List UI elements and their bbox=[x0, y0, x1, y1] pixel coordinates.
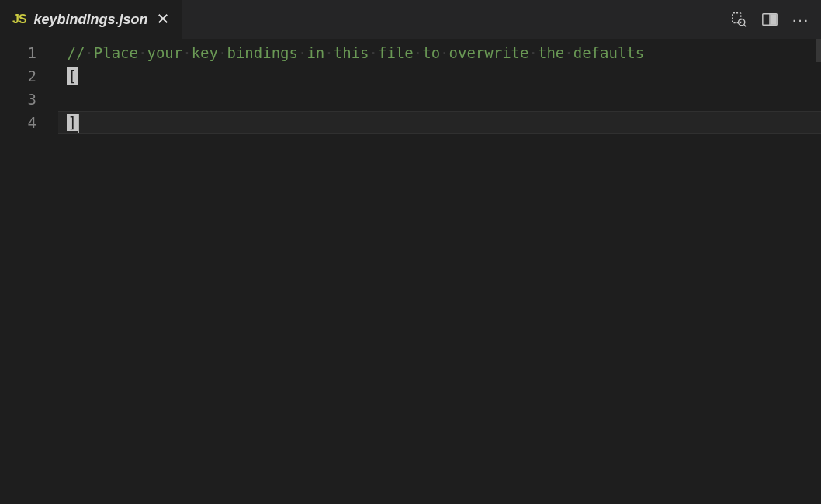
split-editor-icon[interactable] bbox=[760, 10, 779, 29]
tab-group: JS keybindings.json bbox=[0, 0, 182, 39]
minimap-scroll-indicator[interactable] bbox=[816, 39, 821, 62]
line-number-gutter: 1 2 3 4 bbox=[0, 39, 58, 504]
text-cursor bbox=[78, 114, 79, 133]
line-number: 2 bbox=[0, 64, 36, 88]
code-line-2[interactable]: [ bbox=[58, 64, 821, 88]
tab-bar: JS keybindings.json ··· bbox=[0, 0, 821, 39]
code-line-3[interactable] bbox=[58, 88, 821, 111]
code-content[interactable]: //·Place·your·key·bindings·in·this·file·… bbox=[58, 39, 821, 504]
line-number: 3 bbox=[0, 88, 36, 111]
code-editor[interactable]: 1 2 3 4 //·Place·your·key·bindings·in·th… bbox=[0, 39, 821, 504]
code-line-1[interactable]: //·Place·your·key·bindings·in·this·file·… bbox=[58, 41, 821, 64]
more-actions-icon[interactable]: ··· bbox=[792, 10, 810, 29]
line-number: 1 bbox=[0, 41, 36, 64]
tab-keybindings[interactable]: JS keybindings.json bbox=[0, 0, 182, 39]
js-file-icon: JS bbox=[12, 12, 26, 26]
svg-rect-4 bbox=[770, 14, 776, 25]
tab-filename: keybindings.json bbox=[34, 12, 148, 28]
svg-rect-0 bbox=[733, 13, 741, 23]
show-changes-icon[interactable] bbox=[729, 10, 748, 29]
svg-point-1 bbox=[739, 19, 745, 26]
active-line-highlight bbox=[58, 111, 821, 134]
editor-actions: ··· bbox=[729, 0, 821, 39]
line-number: 4 bbox=[0, 111, 36, 134]
code-line-4[interactable]: ] bbox=[58, 111, 821, 134]
close-tab-icon[interactable] bbox=[156, 11, 170, 28]
